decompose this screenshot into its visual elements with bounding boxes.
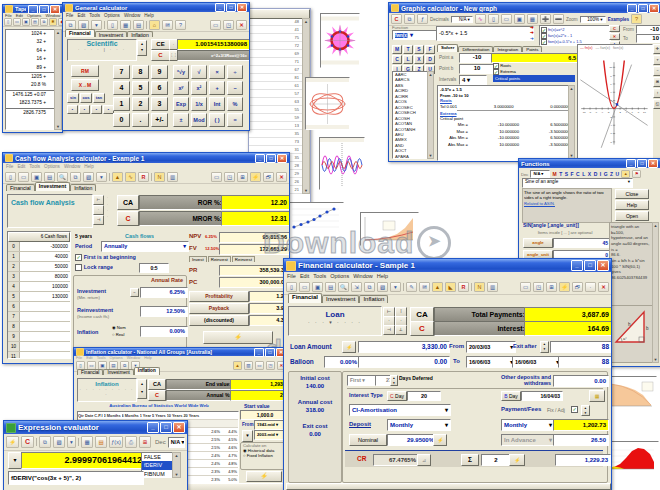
numpad-key[interactable]: +/- [151, 113, 168, 127]
ca-button[interactable]: CA [148, 379, 166, 390]
evaluate-bolt-icon[interactable]: ⚡ [6, 436, 19, 448]
mdi-window-icon[interactable]: 🗗 [572, 282, 583, 292]
column-header[interactable]: 20 Years [183, 412, 200, 419]
functions-titlebar[interactable]: Functions _□✕ [519, 159, 660, 168]
clear-icon[interactable]: C [21, 436, 34, 448]
tab[interactable]: Points [522, 46, 542, 52]
numpad-key[interactable]: 3 [151, 97, 168, 111]
ca-button[interactable]: CA [117, 195, 139, 210]
menu-item[interactable]: Options [104, 13, 120, 18]
maximize-button[interactable]: □ [638, 4, 648, 13]
related-link[interactable]: Related to ASIN. [524, 201, 555, 206]
minimize-button[interactable]: _ [627, 4, 637, 13]
b-day-value[interactable]: 16/04/03 [521, 391, 563, 401]
paste-icon[interactable]: ▨ [53, 436, 65, 448]
tab[interactable]: Differentiation [458, 46, 493, 52]
c-button[interactable]: C [148, 390, 166, 401]
operator-key[interactable]: + [209, 81, 225, 95]
invest-tab[interactable]: Invest [189, 256, 207, 262]
function-list-item[interactable]: fDERIV [142, 461, 173, 469]
menu-item[interactable]: Options [330, 273, 349, 279]
table-row[interactable]: 5130000 [8, 292, 70, 302]
fix-adj-check[interactable]: ✓ [571, 406, 578, 413]
deposit-select[interactable]: Monthly▾ [387, 419, 451, 431]
book-icon[interactable]: ▥ [487, 282, 498, 292]
table-row[interactable]: 140000 [8, 252, 70, 262]
dropdown-icon[interactable]: ▾ [390, 282, 401, 292]
menu-item[interactable]: File [287, 273, 296, 279]
table-row[interactable]: 10 [8, 342, 70, 352]
operator-key[interactable]: √ [191, 65, 207, 79]
c-day-value[interactable]: 20 [407, 391, 441, 401]
cashflow-titlebar[interactable]: Cash flow Analysis calculator - Example … [3, 153, 289, 163]
zoom-in-icon[interactable]: ➕ [540, 14, 551, 24]
new-icon[interactable]: ▯ [488, 14, 499, 24]
mdi-dot-icon[interactable]: · [585, 282, 596, 292]
operator-key[interactable]: × [209, 65, 225, 79]
ce-button[interactable]: CE [151, 39, 170, 50]
letter-link[interactable]: X [588, 171, 591, 177]
table-row[interactable]: 7 [8, 312, 70, 322]
mdi-restore-icon[interactable]: ◳ [223, 20, 234, 30]
tab[interactable]: Investment [95, 31, 127, 37]
letter-key[interactable]: M [392, 45, 402, 54]
close-button[interactable]: ✕ [649, 4, 659, 13]
menu-item[interactable]: File [66, 13, 73, 18]
history-dropdown-button[interactable]: ▾ [8, 452, 22, 469]
first-beginning-check[interactable]: ✓ First is at beginning [75, 254, 136, 261]
help-icon[interactable]: ? [631, 14, 642, 24]
send-icon[interactable]: ✉ [419, 282, 430, 292]
start-value[interactable]: 1,000.0 [240, 410, 289, 420]
angle-input[interactable]: 45 [553, 238, 611, 248]
letter-link[interactable]: L [582, 171, 585, 177]
numpad-key[interactable]: 7 [113, 65, 130, 79]
menu-item[interactable]: Help [144, 13, 153, 18]
dec-select[interactable]: N/A ▾ [530, 170, 550, 178]
memory-slot-button[interactable]: ▪ [67, 105, 78, 114]
letter-link[interactable]: I [600, 171, 601, 177]
print-icon[interactable]: ⎙ [125, 436, 137, 448]
letter-link[interactable]: D [594, 171, 598, 177]
column-header[interactable]: 3 Months [104, 412, 122, 419]
book-icon[interactable]: ▥ [167, 172, 178, 182]
gear-icon[interactable]: ✱ [49, 18, 57, 26]
open-icon[interactable]: ▭ [13, 18, 21, 26]
nominal-button[interactable]: Nominal [349, 434, 387, 446]
table-row[interactable]: 11 [8, 352, 70, 359]
preview-icon[interactable]: 🔍 [338, 282, 349, 292]
tape-scrollbar[interactable]: ▲▼ [54, 29, 62, 130]
loan-amount-value[interactable]: 3,330.00 [358, 341, 450, 353]
tab[interactable]: Integration [493, 46, 522, 52]
operator-key[interactable]: % [227, 97, 243, 111]
notes-icon[interactable]: N [154, 172, 165, 182]
clear-function-button[interactable]: C [609, 25, 620, 32]
letter-key[interactable]: D [425, 55, 435, 64]
notes-icon[interactable]: N [474, 282, 485, 292]
save-icon[interactable]: ▣ [31, 172, 42, 182]
save-icon[interactable]: ▣ [22, 18, 30, 26]
mail-icon[interactable]: ✉ [162, 20, 173, 30]
mdi-minimize-icon[interactable]: ▭ [255, 361, 264, 370]
solver-results[interactable]: -0.5*x + 1.5 From -10 to 10 Roots Tol 0.… [437, 85, 573, 161]
trig-button[interactable]: cos [80, 93, 92, 103]
chart-icon[interactable]: ▲ [432, 282, 443, 292]
menu-item[interactable]: Edit [300, 273, 309, 279]
fixed-radio[interactable]: ○ Fixed Inflation [241, 453, 286, 458]
profitability-button[interactable]: Profitability [189, 291, 249, 302]
letter-link[interactable]: C [576, 171, 580, 177]
function-list-scrollbar[interactable]: ▲▼ [427, 71, 434, 159]
menu-item[interactable]: Window [127, 356, 141, 360]
zoom-minus-button[interactable]: － [653, 66, 660, 76]
function-picker[interactable]: Sine of an angle ▾ [522, 178, 633, 188]
delete-function-button[interactable]: ✕ [609, 33, 620, 40]
maximize-button[interactable]: □ [265, 348, 275, 357]
layers-icon[interactable]: ▦ [81, 436, 93, 448]
column-header[interactable]: Qtr Date [78, 412, 94, 419]
letter-key[interactable]: S [414, 45, 424, 54]
print-icon[interactable]: ▤ [31, 18, 39, 26]
mdi-restore-icon[interactable]: ◳ [533, 282, 544, 292]
help-scrollbar[interactable]: ▲▼ [652, 222, 659, 363]
close-button[interactable]: ✕ [597, 260, 609, 271]
menu-item[interactable]: Window [64, 164, 80, 169]
column-header[interactable]: 5 Years [152, 412, 167, 419]
